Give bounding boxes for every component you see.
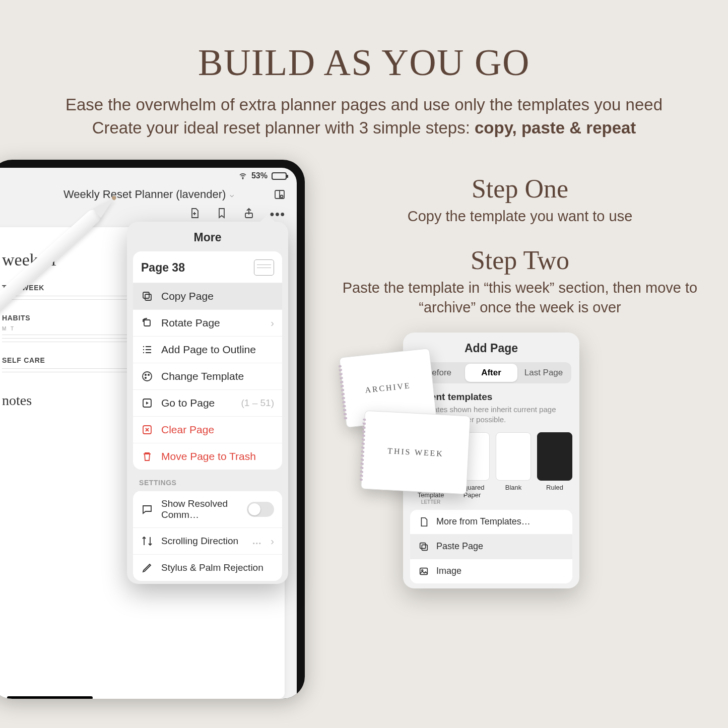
svg-rect-13 xyxy=(422,545,427,550)
wifi-icon xyxy=(238,171,247,180)
template-blank[interactable]: Blank xyxy=(496,432,531,505)
step-two-heading: Step Two xyxy=(334,245,706,275)
menu-add-to-outline[interactable]: Add Page to Outline xyxy=(133,336,282,363)
recent-templates-heading: Recent templates xyxy=(413,391,569,403)
bookmark-icon[interactable] xyxy=(216,207,228,219)
paste-icon xyxy=(418,541,429,552)
hero-line2: Create your ideal reset planner with 3 s… xyxy=(0,116,728,140)
hero-line1: Ease the overwhelm of extra planner page… xyxy=(0,93,728,116)
menu-move-to-trash[interactable]: Move Page to Trash xyxy=(133,443,282,470)
svg-point-9 xyxy=(148,374,149,375)
add-image[interactable]: Image xyxy=(410,559,572,583)
ellipsis: … xyxy=(252,536,262,547)
step-one-heading: Step One xyxy=(334,174,706,204)
svg-point-8 xyxy=(145,374,146,375)
palette-icon xyxy=(141,370,153,382)
pencil-icon xyxy=(141,562,153,574)
menu-go-to-page[interactable]: Go to Page (1 – 51) xyxy=(133,389,282,416)
menu-change-template[interactable]: Change Template xyxy=(133,363,282,389)
settings-section-label: SETTINGS xyxy=(127,470,288,491)
page-thumbnail-icon xyxy=(254,259,274,276)
comment-icon xyxy=(141,503,153,515)
add-page-title: Add Page xyxy=(410,342,572,355)
svg-point-2 xyxy=(281,195,283,198)
more-from-templates[interactable]: More from Templates… xyxy=(410,510,572,534)
insert-position-segment[interactable]: Before After Last Page xyxy=(411,362,571,383)
trash-icon xyxy=(141,450,153,462)
svg-point-7 xyxy=(143,372,152,381)
segment-last[interactable]: Last Page xyxy=(517,364,570,382)
home-indicator xyxy=(7,696,93,699)
step-one-body: Copy the template you want to use xyxy=(334,207,706,226)
share-icon[interactable] xyxy=(243,207,255,219)
image-icon xyxy=(418,566,429,577)
step-two-body: Paste the template in “this week” sectio… xyxy=(334,278,706,317)
thisweek-card: THIS WEEK xyxy=(361,411,471,495)
template-ruled[interactable]: Ruled xyxy=(537,432,572,505)
scroll-icon xyxy=(141,535,153,547)
svg-rect-15 xyxy=(420,568,428,574)
battery-percent: 53% xyxy=(251,171,268,180)
setting-scroll-direction[interactable]: Scrolling Direction … › xyxy=(133,527,282,554)
page-range: (1 – 51) xyxy=(241,398,274,409)
book-mode-icon[interactable] xyxy=(274,188,286,201)
svg-point-10 xyxy=(145,377,146,378)
toggle-off[interactable] xyxy=(247,502,274,517)
menu-clear-page[interactable]: Clear Page xyxy=(133,416,282,443)
chevron-right-icon: › xyxy=(271,536,274,547)
svg-point-0 xyxy=(242,178,243,179)
setting-stylus[interactable]: Stylus & Palm Rejection xyxy=(133,554,282,581)
hero-title: BUILD AS YOU GO xyxy=(0,41,728,84)
clear-icon xyxy=(141,424,153,436)
goto-icon xyxy=(141,397,153,409)
paste-page[interactable]: Paste Page xyxy=(410,534,572,559)
battery-icon xyxy=(272,172,287,180)
chevron-right-icon: › xyxy=(271,317,274,329)
add-page-icon[interactable] xyxy=(188,207,201,219)
chevron-down-icon: ⌵ xyxy=(230,190,234,198)
document-icon xyxy=(418,516,429,527)
segment-after[interactable]: After xyxy=(465,364,517,382)
svg-rect-14 xyxy=(420,543,426,548)
setting-resolved-comments[interactable]: Show Resolved Comm… xyxy=(133,491,282,527)
